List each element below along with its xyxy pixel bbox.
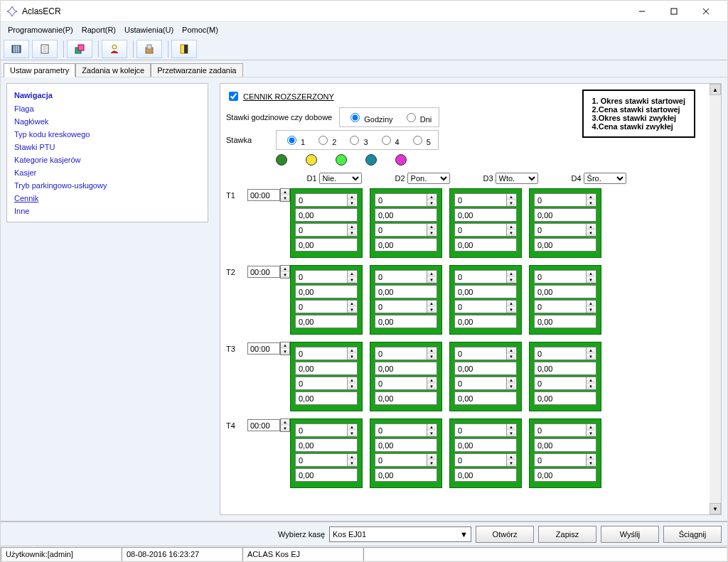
value-input[interactable]: 0,00	[454, 438, 517, 452]
value-spinner[interactable]: 0▲▼	[534, 193, 596, 207]
day-select[interactable]: Śro.	[584, 173, 626, 184]
time-spinner[interactable]: ▲▼	[247, 188, 290, 202]
toolbar-btn-3[interactable]	[67, 40, 92, 58]
wyslij-button[interactable]: Wyślij	[601, 526, 659, 543]
value-spinner[interactable]: 0▲▼	[375, 223, 437, 237]
value-spinner[interactable]: 0▲▼	[375, 193, 437, 207]
value-spinner[interactable]: 0▲▼	[534, 300, 596, 313]
value-spinner[interactable]: 0▲▼	[375, 347, 437, 360]
stawka-option[interactable]: 4	[378, 134, 400, 146]
toolbar-btn-4[interactable]	[102, 40, 127, 58]
value-spinner[interactable]: 0▲▼	[454, 270, 517, 283]
nav-typ-kodu[interactable]: Typ kodu kreskowego	[14, 128, 200, 141]
stawka-option[interactable]: 3	[346, 134, 368, 146]
stawka-option[interactable]: 2	[315, 134, 336, 146]
vertical-scrollbar[interactable]: ▲ ▼	[710, 84, 721, 514]
tab-ustaw-parametry[interactable]: Ustaw parametry	[4, 63, 75, 77]
maximize-button[interactable]	[658, 1, 690, 21]
value-spinner[interactable]: 0▲▼	[454, 377, 517, 390]
value-input[interactable]: 0,00	[375, 468, 437, 482]
nav-naglowek[interactable]: Nagłówek	[14, 115, 200, 128]
value-spinner[interactable]: 0▲▼	[534, 423, 596, 437]
stawka-option[interactable]: 1	[284, 134, 305, 146]
value-input[interactable]: 0,00	[375, 285, 437, 298]
menu-raport[interactable]: Raport(R)	[77, 24, 120, 36]
value-input[interactable]: 0,00	[375, 315, 437, 328]
value-input[interactable]: 0,00	[375, 438, 437, 452]
stawka-option[interactable]: 5	[410, 134, 431, 146]
value-input[interactable]: 0,00	[534, 468, 596, 482]
value-spinner[interactable]: 0▲▼	[534, 223, 596, 237]
value-input[interactable]: 0,00	[375, 208, 437, 222]
value-spinner[interactable]: 0▲▼	[295, 193, 358, 207]
nav-flaga[interactable]: Flaga	[14, 102, 200, 115]
value-spinner[interactable]: 0▲▼	[454, 347, 517, 360]
value-input[interactable]: 0,00	[295, 285, 358, 298]
value-spinner[interactable]: 0▲▼	[534, 347, 596, 360]
value-spinner[interactable]: 0▲▼	[534, 453, 596, 467]
toolbar-btn-6[interactable]	[171, 40, 197, 58]
value-input[interactable]: 0,00	[454, 468, 517, 482]
value-spinner[interactable]: 0▲▼	[534, 377, 596, 390]
nav-cennik[interactable]: Cennik	[14, 192, 200, 205]
nav-kasjer[interactable]: Kasjer	[14, 166, 200, 179]
value-input[interactable]: 0,00	[454, 285, 517, 298]
value-input[interactable]: 0,00	[454, 208, 517, 222]
value-input[interactable]: 0,00	[295, 468, 358, 482]
value-spinner[interactable]: 0▲▼	[534, 270, 596, 283]
menu-programowanie[interactable]: Programowanie(P)	[4, 24, 77, 36]
nav-kategorie-kasjerow[interactable]: Kategorie kasjerów	[14, 153, 200, 166]
value-input[interactable]: 0,00	[295, 208, 358, 222]
time-spinner[interactable]: ▲▼	[247, 265, 290, 279]
zapisz-button[interactable]: Zapisz	[538, 526, 596, 543]
kasa-select[interactable]: Kos EJ01 ▼	[329, 526, 471, 542]
tab-przetwarzanie-zadania[interactable]: Przetwarzanie zadania	[151, 63, 242, 77]
value-spinner[interactable]: 0▲▼	[295, 300, 358, 313]
toolbar-btn-5[interactable]	[136, 40, 162, 58]
menu-ustawienia[interactable]: Ustawienia(U)	[120, 24, 178, 36]
value-spinner[interactable]: 0▲▼	[295, 347, 358, 360]
sciagnij-button[interactable]: Ściągnij	[663, 526, 722, 543]
value-spinner[interactable]: 0▲▼	[375, 300, 437, 313]
nav-stawki-ptu[interactable]: Stawki PTU	[14, 141, 200, 153]
nav-tryb-parkingowo[interactable]: Tryb parkingowo-usługowy	[14, 179, 200, 192]
value-input[interactable]: 0,00	[454, 362, 517, 375]
value-spinner[interactable]: 0▲▼	[454, 453, 517, 467]
value-input[interactable]: 0,00	[534, 285, 596, 298]
minimize-button[interactable]	[626, 1, 658, 21]
otworz-button[interactable]: Otwórz	[476, 526, 534, 543]
value-spinner[interactable]: 0▲▼	[375, 377, 437, 390]
value-spinner[interactable]: 0▲▼	[375, 270, 437, 283]
value-spinner[interactable]: 0▲▼	[454, 423, 517, 437]
close-button[interactable]	[690, 1, 722, 21]
value-input[interactable]: 0,00	[375, 238, 437, 252]
nav-inne[interactable]: Inne	[14, 205, 200, 217]
cennik-rozszerzony-checkbox[interactable]	[229, 92, 238, 101]
value-spinner[interactable]: 0▲▼	[295, 270, 358, 283]
value-spinner[interactable]: 0▲▼	[295, 377, 358, 390]
time-spinner[interactable]: ▲▼	[247, 342, 290, 355]
menu-pomoc[interactable]: Pomoc(M)	[178, 24, 223, 36]
value-input[interactable]: 0,00	[454, 391, 517, 405]
value-input[interactable]: 0,00	[534, 238, 596, 252]
value-spinner[interactable]: 0▲▼	[375, 453, 437, 467]
time-input[interactable]	[247, 189, 280, 201]
value-input[interactable]: 0,00	[375, 362, 437, 375]
value-spinner[interactable]: 0▲▼	[454, 223, 517, 237]
value-input[interactable]: 0,00	[295, 391, 358, 405]
value-input[interactable]: 0,00	[534, 208, 596, 222]
tab-zadania-w-kolejce[interactable]: Zadania w kolejce	[75, 63, 151, 77]
value-input[interactable]: 0,00	[295, 362, 358, 375]
value-input[interactable]: 0,00	[534, 362, 596, 375]
value-input[interactable]: 0,00	[375, 391, 437, 405]
value-input[interactable]: 0,00	[295, 315, 358, 328]
value-spinner[interactable]: 0▲▼	[375, 423, 437, 437]
toolbar-btn-1[interactable]	[4, 40, 29, 58]
time-input[interactable]	[247, 342, 280, 355]
time-spinner[interactable]: ▲▼	[247, 418, 290, 432]
value-input[interactable]: 0,00	[534, 315, 596, 328]
value-spinner[interactable]: 0▲▼	[454, 193, 517, 207]
value-input[interactable]: 0,00	[295, 438, 358, 452]
value-input[interactable]: 0,00	[295, 238, 358, 252]
value-input[interactable]: 0,00	[454, 238, 517, 252]
